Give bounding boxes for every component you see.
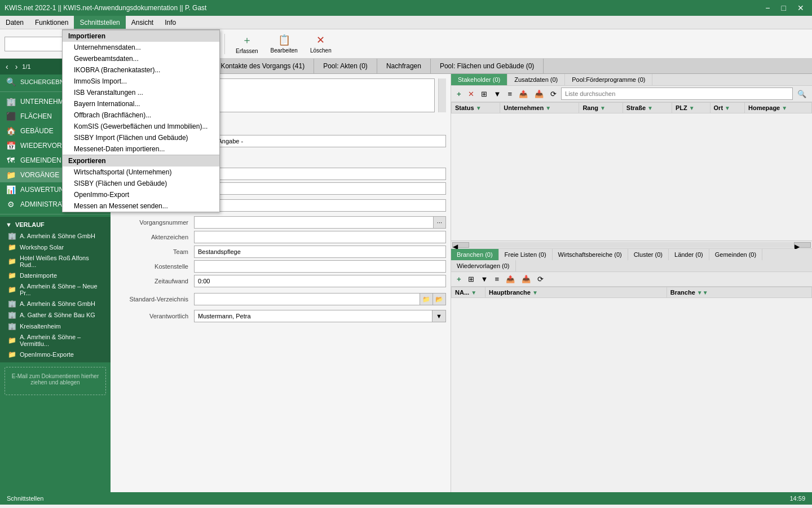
scroll-left-btn[interactable]: ◀ <box>452 242 469 248</box>
history-item-6[interactable]: 🏢 A. Gather & Söhne Bau KG <box>0 309 111 321</box>
tab-cluster[interactable]: Cluster (0) <box>628 249 669 260</box>
branches-table-btn2[interactable]: ▼ <box>479 274 491 284</box>
import-immosis[interactable]: ImmoSis Import... <box>63 76 219 87</box>
col-strasse[interactable]: Straße ▼ <box>623 103 672 113</box>
stakeholder-table: Status ▼ Unternehmen ▼ Rang ▼ Straße ▼ P… <box>451 102 812 113</box>
tab-freie-listen[interactable]: Freie Listen (0) <box>499 249 553 260</box>
scroll-right-btn[interactable]: ▶ <box>794 242 811 248</box>
stakeholder-scrollbar[interactable]: ◀ ▶ <box>451 240 812 248</box>
input-verantwortlich[interactable] <box>194 310 433 322</box>
branches-export-btn[interactable]: 📤 <box>504 274 517 284</box>
erfassen-button[interactable]: ＋ Erfassen <box>231 31 263 57</box>
branches-table-btn1[interactable]: ⊞ <box>466 274 476 284</box>
history-item-2[interactable]: 📁 Hotel Weißes Roß Alfons Rud... <box>0 253 111 270</box>
tab-stakeholder[interactable]: Stakeholder (0) <box>451 74 508 85</box>
history-header[interactable]: ▼ VERLAUF <box>0 219 111 230</box>
menu-schnittstellen[interactable]: Schnittstellen <box>74 16 125 29</box>
history-item-5[interactable]: 🏢 A. Amrhein & Söhne GmbH <box>0 298 111 309</box>
stakeholder-add-button[interactable]: + <box>454 89 464 99</box>
tab-zusatzdaten[interactable]: Zusatzdaten (0) <box>508 74 565 85</box>
stakeholder-search-button[interactable]: 🔍 <box>795 89 809 99</box>
input-standard-verzeichnis[interactable] <box>194 293 420 305</box>
branches-import-btn[interactable]: 📥 <box>519 274 533 284</box>
import-offbrach[interactable]: Offbrach (Brachflächen)... <box>63 110 219 121</box>
export-openimmo[interactable]: OpenImmo-Export <box>63 189 219 200</box>
stakeholder-cols-btn[interactable]: ≡ <box>505 89 514 99</box>
input-team[interactable] <box>194 246 446 258</box>
import-gewerbeamtsdaten[interactable]: Gewerbeamtsdaten... <box>63 53 219 64</box>
branches-cols-btn[interactable]: ≡ <box>492 274 501 284</box>
import-messenet[interactable]: Messenet-Daten importieren... <box>63 143 219 155</box>
stakeholder-table-btn2[interactable]: ▼ <box>492 89 504 99</box>
menu-daten[interactable]: Daten <box>0 16 29 29</box>
email-drop-zone[interactable]: E-Mail zum Dokumentieren hierher ziehen … <box>5 367 106 395</box>
history-item-3[interactable]: 📁 Datenimporte <box>0 270 111 281</box>
col-homepage[interactable]: Homepage ▼ <box>745 103 812 113</box>
tab-wiedervorlagen-branches[interactable]: Wiedervorlagen (0) <box>451 260 516 271</box>
tab-gemeinden-branches[interactable]: Gemeinden (0) <box>709 249 762 260</box>
history-item-4[interactable]: 📁 A. Amrhein & Söhne – Neue Pr... <box>0 281 111 298</box>
nav-back-button[interactable]: ‹ <box>3 61 11 72</box>
input-vorgangsnummer[interactable] <box>194 216 434 229</box>
branches-add-button[interactable]: + <box>454 274 464 284</box>
stakeholder-import-btn[interactable]: 📥 <box>532 89 546 99</box>
import-unternehmensdaten[interactable]: Unternehmensdaten... <box>63 42 219 53</box>
history-item-7[interactable]: 🏢 Kreisaltenheim <box>0 321 111 332</box>
export-wirtschaftsportal[interactable]: Wirtschaftsportal (Unternehmen) <box>63 167 219 178</box>
history-item-9[interactable]: 📁 OpenImmo-Exporte <box>0 349 111 360</box>
close-button[interactable]: ✕ <box>794 2 807 14</box>
input-prioritaet[interactable] <box>194 168 446 180</box>
col-ort[interactable]: Ort ▼ <box>710 103 744 113</box>
stakeholder-delete-button[interactable]: ✕ <box>466 89 476 99</box>
nav-forward-button[interactable]: › <box>13 61 20 72</box>
input-aktenzeichen[interactable] <box>194 231 446 243</box>
minimize-button[interactable]: − <box>762 2 773 14</box>
tab-pool-akten[interactable]: Pool: Akten (0) <box>314 59 377 73</box>
tab-branchen[interactable]: Branchen (0) <box>451 249 499 260</box>
tab-laender[interactable]: Länder (0) <box>669 249 709 260</box>
input-kostenstelle[interactable] <box>194 260 446 273</box>
vorgangsnummer-dots-button[interactable]: ··· <box>434 216 446 229</box>
import-sisby[interactable]: SISBY Import (Flächen und Gebäude) <box>63 132 219 143</box>
verzeichnis-browse-button[interactable]: 📂 <box>433 293 446 305</box>
import-komsis[interactable]: KomSIS (Gewerbeflächen und Immobilien)..… <box>63 121 219 132</box>
history-item-0[interactable]: 🏢 A. Amrhein & Söhne GmbH <box>0 230 111 242</box>
export-sisby[interactable]: SISBY (Flächen und Gebäude) <box>63 178 219 189</box>
tab-pool-foerderprogramme[interactable]: Pool:Förderprogramme (0) <box>565 74 652 85</box>
stakeholder-table-btn1[interactable]: ⊞ <box>479 89 489 99</box>
menu-ansicht[interactable]: Ansicht <box>126 16 159 29</box>
tab-wirtschaftsbereiche[interactable]: Wirtschaftsbereiche (0) <box>553 249 628 260</box>
col-rang[interactable]: Rang ▼ <box>579 103 623 113</box>
input-zeitaufwand[interactable] <box>194 275 446 287</box>
import-isb[interactable]: ISB Veranstaltungen ... <box>63 87 219 98</box>
col-unternehmen[interactable]: Unternehmen ▼ <box>500 103 579 113</box>
stakeholder-export-btn[interactable]: 📤 <box>517 89 530 99</box>
input-bemerkung[interactable] <box>194 199 446 212</box>
col-na[interactable]: NA... ▼ <box>452 287 486 298</box>
scroll-right[interactable] <box>438 78 446 112</box>
loeschen-button[interactable]: ✕ Löschen <box>305 31 337 57</box>
history-item-1[interactable]: 📁 Workshop Solar <box>0 242 111 253</box>
col-status[interactable]: Status ▼ <box>452 103 500 113</box>
verantwortlich-dropdown-button[interactable]: ▼ <box>433 310 446 322</box>
menu-funktionen[interactable]: Funktionen <box>29 16 74 29</box>
maximize-button[interactable]: □ <box>778 2 789 14</box>
branches-refresh-btn[interactable]: ⟳ <box>535 274 546 284</box>
menu-info[interactable]: Info <box>159 16 182 29</box>
input-art-abschluss[interactable] <box>194 135 446 147</box>
export-messen[interactable]: Messen an Messenet senden... <box>63 200 219 212</box>
tab-nachfragen[interactable]: Nachfragen <box>377 59 431 73</box>
import-ikobra[interactable]: IKOBRA (Brachenkataster)... <box>63 64 219 76</box>
stakeholder-search-input[interactable] <box>561 87 793 100</box>
stakeholder-refresh-btn[interactable]: ⟳ <box>548 89 559 99</box>
col-plz[interactable]: PLZ ▼ <box>672 103 710 113</box>
tab-pool-flaechen[interactable]: Pool: Flächen und Gebäude (0) <box>431 59 544 73</box>
input-herkunft[interactable] <box>194 182 446 195</box>
verzeichnis-folder-button[interactable]: 📁 <box>420 293 433 305</box>
import-bayern-international[interactable]: Bayern International... <box>63 98 219 110</box>
history-item-8[interactable]: 📁 A. Amrhein & Söhne – Vermittlu... <box>0 332 111 349</box>
col-branche[interactable]: Branche ▼▼ <box>667 287 811 298</box>
col-hauptbranche[interactable]: Hauptbranche ▼ <box>486 287 667 298</box>
bearbeiten-button[interactable]: 📋 Bearbeiten <box>266 31 303 57</box>
tab-kontakte[interactable]: Kontakte des Vorgangs (41) <box>211 59 314 73</box>
